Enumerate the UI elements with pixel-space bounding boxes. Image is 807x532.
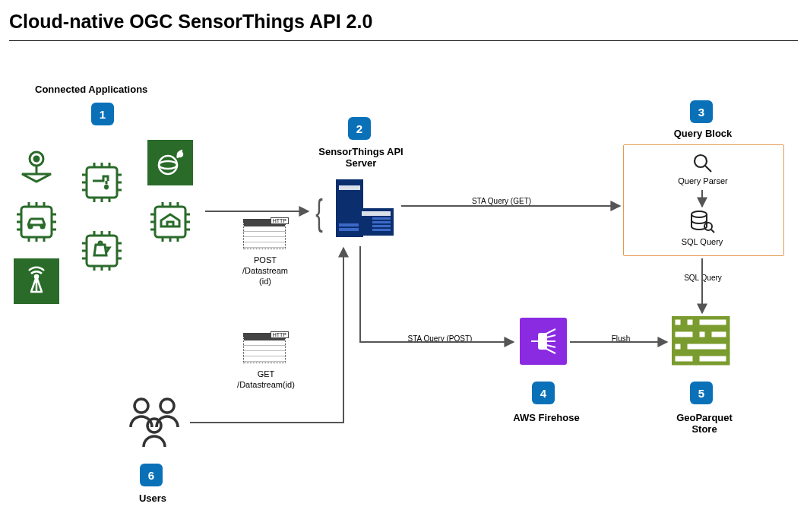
svg-rect-20 [372,221,391,223]
http-post-block: HTTP [243,219,286,249]
svg-point-39 [147,419,161,432]
edge-sta-post: STA Query (POST) [398,334,482,343]
page-title: Cloud-native OGC SensorThings API 2.0 [0,0,807,37]
connected-apps-label: Connected Applications [35,84,147,95]
firehose-label: AWS Firehose [505,412,588,423]
svg-point-1 [34,157,39,161]
svg-rect-15 [339,223,360,226]
users-label: Users [134,492,172,504]
svg-rect-28 [685,318,695,327]
sta-server-label: SensorThings API Server [304,146,418,169]
brace-icon: { [315,192,323,233]
svg-point-9 [159,156,177,174]
house-chip-icon [147,199,193,245]
db-query-icon [688,210,716,239]
geoparquet-grid-icon [672,316,731,369]
http-get-block: HTTP [243,333,286,363]
http-post-caption: POST /Datastream (id) [230,255,300,287]
car-chip-icon [14,199,59,245]
badge-4: 4 [532,382,555,404]
svg-point-24 [691,211,707,217]
svg-rect-22 [372,229,391,231]
magnifier-icon [691,152,714,178]
http-get-caption: GET /Datastream(id) [229,369,302,391]
svg-point-37 [134,399,148,413]
svg-rect-31 [698,330,707,339]
server-icon [328,175,398,248]
svg-rect-7 [87,236,117,266]
kettle-chip-icon [79,228,125,274]
badge-6: 6 [140,464,163,486]
firehose-icon [520,318,567,365]
globe-icon [147,140,193,185]
svg-rect-34 [685,342,728,351]
edge-sql: SQL Query [680,274,726,282]
svg-point-25 [704,223,712,230]
svg-rect-33 [673,342,682,351]
badge-3: 3 [690,100,713,123]
edge-sta-get: STA Query (GET) [464,197,540,205]
svg-point-8 [99,242,102,245]
svg-rect-29 [698,318,728,327]
svg-rect-26 [539,334,546,349]
badge-2: 2 [348,117,371,140]
svg-rect-27 [673,318,682,327]
svg-rect-21 [372,225,391,227]
svg-rect-35 [673,354,695,363]
badge-1: 1 [91,103,114,125]
query-parser-label: Query Parser [669,176,737,187]
svg-rect-16 [339,228,360,231]
users-icon [122,395,187,453]
svg-point-3 [29,225,32,228]
svg-rect-18 [362,211,391,216]
edge-flush: Flush [602,334,640,343]
svg-rect-2 [21,207,52,237]
faucet-chip-icon [79,160,125,205]
svg-point-23 [695,155,707,167]
geoparquet-label: GeoParquet Store [660,412,749,435]
svg-rect-30 [673,330,695,339]
svg-rect-32 [710,330,728,339]
svg-point-4 [41,225,44,228]
query-block-label: Query Block [661,128,745,139]
divider [9,40,798,41]
badge-5: 5 [690,382,713,404]
svg-rect-14 [339,185,360,190]
sql-query-label: SQL Query [672,237,733,248]
svg-rect-36 [698,354,728,363]
svg-point-38 [160,399,174,413]
svg-rect-19 [372,217,391,220]
map-pin-icon [14,141,59,187]
antenna-icon [14,258,59,304]
svg-point-5 [35,275,38,278]
svg-rect-6 [87,167,117,198]
svg-point-10 [159,161,177,169]
